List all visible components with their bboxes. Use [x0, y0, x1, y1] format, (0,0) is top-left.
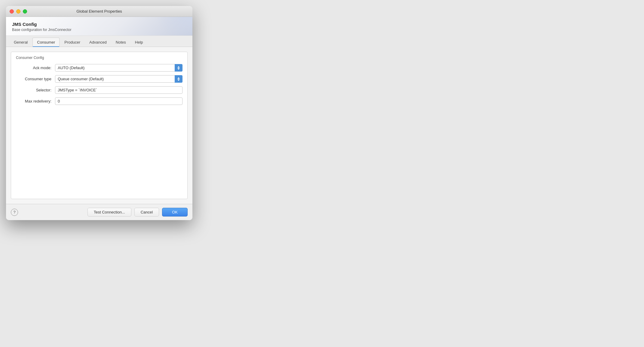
selector-control [55, 86, 182, 94]
max-redelivery-label: Max redelivery: [16, 99, 55, 103]
tab-general[interactable]: General [10, 38, 32, 47]
footer-right: Test Connection... Cancel OK [87, 208, 188, 216]
consumer-config-section: Consumer Config Ack mode: AUTO (Default)… [11, 52, 188, 199]
tab-consumer[interactable]: Consumer [32, 38, 60, 47]
footer: ? Test Connection... Cancel OK [6, 204, 192, 220]
max-redelivery-control [55, 97, 182, 105]
header-title: JMS Config [12, 22, 186, 27]
consumer-type-label: Consumer type [16, 77, 55, 81]
tab-bar: General Consumer Producer Advanced Notes… [6, 36, 192, 47]
minimize-button[interactable] [16, 9, 20, 14]
section-title: Consumer Config [16, 56, 182, 60]
test-connection-button[interactable]: Test Connection... [87, 208, 131, 216]
selector-row: Selector: [16, 86, 182, 94]
dialog-window: Global Element Properties JMS Config Bas… [6, 6, 192, 220]
help-button[interactable]: ? [11, 209, 18, 216]
content-area: Consumer Config Ack mode: AUTO (Default)… [6, 47, 192, 204]
max-redelivery-row: Max redelivery: [16, 97, 182, 105]
cancel-button[interactable]: Cancel [134, 208, 159, 216]
ack-mode-select-wrapper: AUTO (Default) MANUAL DUPS_OK TRANSACTED [55, 64, 182, 72]
title-bar: Global Element Properties [6, 6, 192, 17]
title-bar-buttons [10, 9, 27, 14]
tab-notes[interactable]: Notes [112, 38, 130, 47]
header-section: JMS Config Base configuration for JmsCon… [6, 17, 192, 36]
consumer-type-control: Queue consumer (Default) Topic consumer [55, 75, 182, 83]
consumer-type-select[interactable]: Queue consumer (Default) Topic consumer [55, 75, 182, 83]
help-icon: ? [13, 210, 15, 214]
close-button[interactable] [10, 9, 14, 14]
ack-mode-label: Ack mode: [16, 66, 55, 70]
consumer-type-select-wrapper: Queue consumer (Default) Topic consumer [55, 75, 182, 83]
tab-help[interactable]: Help [131, 38, 147, 47]
ok-button[interactable]: OK [162, 208, 188, 216]
footer-left: ? [11, 209, 18, 216]
consumer-type-row: Consumer type Queue consumer (Default) T… [16, 75, 182, 83]
header-subtitle: Base configuration for JmsConnector [12, 28, 186, 32]
window-title: Global Element Properties [76, 9, 122, 14]
ack-mode-row: Ack mode: AUTO (Default) MANUAL DUPS_OK … [16, 64, 182, 72]
tab-advanced[interactable]: Advanced [85, 38, 111, 47]
selector-label: Selector: [16, 88, 55, 92]
empty-area [16, 109, 182, 193]
tab-producer[interactable]: Producer [60, 38, 84, 47]
ack-mode-select[interactable]: AUTO (Default) MANUAL DUPS_OK TRANSACTED [55, 64, 182, 72]
max-redelivery-input[interactable] [55, 97, 182, 105]
selector-input[interactable] [55, 86, 182, 94]
ack-mode-control: AUTO (Default) MANUAL DUPS_OK TRANSACTED [55, 64, 182, 72]
maximize-button[interactable] [23, 9, 27, 14]
